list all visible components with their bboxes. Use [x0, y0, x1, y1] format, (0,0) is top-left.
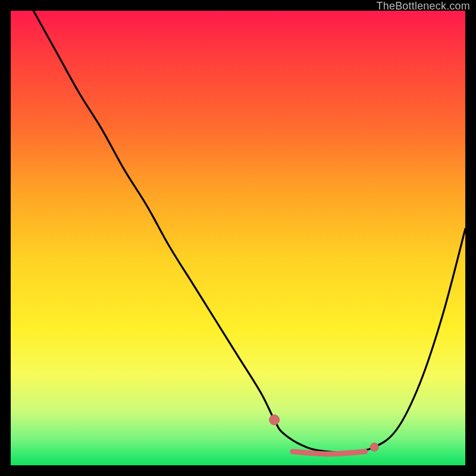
marker-end [370, 443, 378, 451]
plot-area [11, 11, 465, 465]
curve-svg [11, 11, 465, 465]
flat-region-marker [293, 452, 365, 454]
marker-start [270, 415, 280, 425]
bottleneck-curve [33, 11, 465, 452]
chart-frame: TheBottleneck.com [0, 0, 476, 476]
